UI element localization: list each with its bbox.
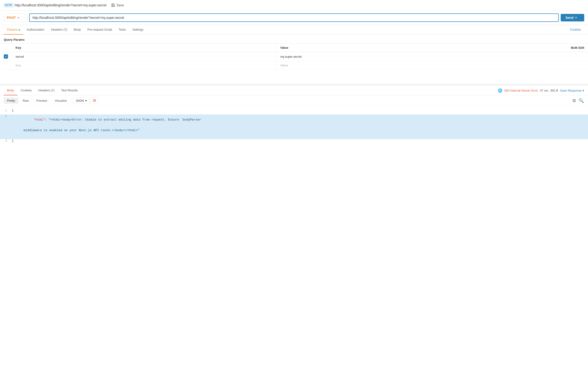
send-chevron-icon: ▾: [575, 16, 577, 19]
code-line-2: 2 "html": "<html><body>Error: Unable to …: [0, 114, 588, 139]
query-params-title: Query Params: [0, 35, 588, 43]
value-col-header: Value: [276, 43, 541, 52]
row2-checkbox-cell[interactable]: [0, 61, 12, 70]
response-status-bar: 🌐 500 Internal Server Error 47 ms 392 B …: [498, 88, 584, 93]
line-content-2: "html": "<html><body>Error: Unable to ex…: [12, 114, 588, 139]
format-tab-raw[interactable]: Raw: [19, 97, 32, 104]
http-badge: HTTP http://localhost:3000/api/editing/r…: [4, 3, 106, 7]
url-input[interactable]: [29, 13, 559, 22]
format-select[interactable]: JSON ▾: [73, 97, 90, 104]
search-button[interactable]: 🔍: [578, 97, 584, 103]
format-tab-pretty[interactable]: Pretty: [4, 97, 18, 104]
format-value: JSON: [76, 99, 84, 103]
tab-headers[interactable]: Headers (7): [48, 25, 71, 35]
line-content-3: }: [12, 139, 588, 143]
format-tab-preview[interactable]: Preview: [33, 97, 50, 104]
http-icon: HTTP: [4, 3, 13, 7]
request-tabs-bar: Params Authorization Headers (7) Body Pr…: [0, 25, 588, 35]
format-actions: ⧉ 🔍: [572, 97, 584, 103]
headers-badge: (7): [63, 28, 67, 31]
format-bar: Pretty Raw Preview Visualize JSON ▾ ⧉ 🔍: [0, 95, 588, 106]
response-tab-headers[interactable]: Headers (7): [35, 86, 58, 95]
bulk-edit-header[interactable]: Bulk Edit: [541, 43, 588, 52]
top-bar: HTTP http://localhost:3000/api/editing/r…: [0, 0, 588, 10]
format-tab-visualize[interactable]: Visualize: [51, 97, 70, 104]
key-col-header: Key: [12, 43, 276, 52]
params-table: Key Value Bulk Edit ✓ secret my.super.se…: [0, 43, 588, 70]
format-chevron-icon: ▾: [85, 99, 87, 103]
tab-cookies[interactable]: Cookies: [567, 25, 584, 35]
tab-settings[interactable]: Settings: [129, 25, 147, 35]
send-label: Send: [565, 16, 573, 20]
save-icon: [111, 3, 115, 7]
save-button[interactable]: Save: [109, 2, 126, 8]
checkmark-icon: ✓: [5, 55, 7, 58]
row1-key[interactable]: secret: [12, 52, 276, 61]
save-response-chevron-icon: ▾: [583, 89, 584, 92]
save-response-button[interactable]: Save Response ▾: [560, 89, 584, 92]
table-row: Key Value: [0, 61, 588, 70]
wrap-button[interactable]: [90, 97, 98, 104]
row2-value[interactable]: Value: [276, 61, 541, 70]
response-tabs-bar: Body Cookies Headers (7) Test Results 🌐 …: [0, 86, 588, 95]
json-value-html: "<html><body>Error: Unable to extract ed…: [49, 118, 203, 122]
row1-checkbox-cell[interactable]: ✓: [0, 52, 12, 61]
key-placeholder: Key: [16, 63, 21, 67]
wrap-icon: [93, 99, 96, 103]
line-content-1: {: [12, 109, 588, 112]
tab-tests[interactable]: Tests: [116, 25, 129, 35]
top-url-display: http://localhost:3000/api/editing/render…: [15, 3, 106, 7]
response-tab-body[interactable]: Body: [4, 86, 17, 95]
copy-button[interactable]: ⧉: [572, 97, 576, 103]
spacer: [0, 70, 588, 84]
method-select[interactable]: POST ▾: [4, 14, 27, 22]
tab-body[interactable]: Body: [70, 25, 84, 35]
tab-params[interactable]: Params: [4, 25, 23, 35]
json-key-html: "html": [26, 118, 45, 122]
code-line-1: 1 {: [0, 109, 588, 114]
url-bar: POST ▾ Send ▾: [0, 10, 588, 25]
line-num-2: 2: [0, 114, 12, 118]
row2-key[interactable]: Key: [12, 61, 276, 70]
save-label: Save: [116, 3, 124, 7]
code-view: 1 { 2 "html": "<html><body>Error: Unable…: [0, 106, 588, 148]
line-num-1: 1: [0, 109, 12, 112]
row1-checkbox[interactable]: ✓: [4, 54, 8, 59]
section-divider: [0, 84, 588, 86]
response-size: 392 B: [550, 89, 558, 92]
response-headers-badge: (7): [51, 89, 54, 92]
method-chevron-icon: ▾: [18, 16, 19, 19]
response-tab-cookies[interactable]: Cookies: [17, 86, 35, 95]
code-line-3: 3 }: [0, 139, 588, 145]
table-row: ✓ secret my.super.secret: [0, 52, 588, 61]
row2-actions: [541, 61, 588, 70]
params-dot: [19, 29, 20, 31]
method-label: POST: [7, 16, 16, 20]
status-code: 500 Internal Server Error: [504, 89, 538, 92]
response-tab-test-results[interactable]: Test Results: [58, 86, 81, 95]
row1-actions: [541, 52, 588, 61]
checkbox-col-header: [0, 43, 12, 52]
line-num-3: 3: [0, 139, 12, 143]
tab-authorization[interactable]: Authorization: [23, 25, 48, 35]
globe-icon: 🌐: [498, 88, 503, 93]
send-button[interactable]: Send ▾: [561, 14, 584, 21]
row1-value[interactable]: my.super.secret: [276, 52, 541, 61]
response-body: 1 { 2 "html": "<html><body>Error: Unable…: [0, 106, 588, 148]
value-placeholder: Value: [280, 63, 288, 67]
response-time: 47 ms: [540, 89, 548, 92]
tab-pre-request[interactable]: Pre-request Script: [84, 25, 116, 35]
json-value-html-cont: middleware is enabled on your Next.js AP…: [23, 129, 139, 132]
